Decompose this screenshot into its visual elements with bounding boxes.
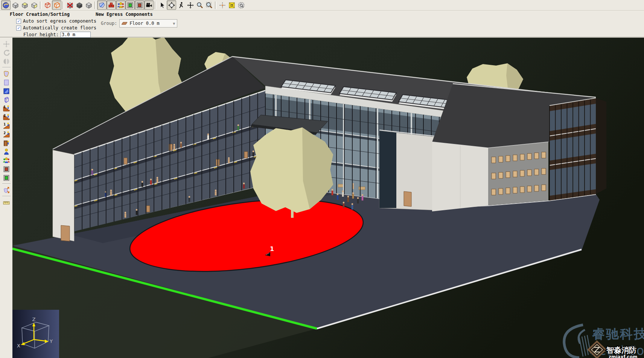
axis-x-label: X — [17, 343, 20, 349]
top-view-button[interactable] — [20, 0, 29, 10]
new-egress-title: New Egress Components — [96, 12, 177, 17]
stairs-two-point-tool[interactable]: 2 — [2, 113, 11, 121]
show-occupants-toggle[interactable] — [116, 0, 125, 10]
main-toolbar — [0, 0, 644, 11]
zoom-region-tool-button[interactable] — [204, 0, 214, 10]
floor-height-label: Floor height: — [23, 32, 59, 37]
badge-title: 智淼消防 — [606, 346, 636, 355]
side-view-button[interactable] — [29, 0, 39, 10]
left-wing-door — [61, 225, 70, 241]
floor-slab-icon — [122, 21, 128, 26]
toolbar-separator — [155, 2, 156, 9]
select-tool-button[interactable] — [157, 0, 167, 10]
group-value: Floor 0.0 m — [129, 21, 159, 26]
chevron-down-icon[interactable]: ▼ — [173, 21, 175, 26]
show-geometry-toggle[interactable] — [97, 0, 107, 10]
svg-text:1: 1 — [3, 123, 6, 126]
floor-creation-title: Floor Creation/Sorting — [10, 12, 96, 17]
floor-height-input[interactable] — [61, 32, 91, 38]
zoom-tool-button[interactable] — [195, 0, 204, 10]
toolbar-separator — [94, 2, 96, 9]
group-label: Group: — [101, 21, 117, 26]
solid-wireframe-render-button[interactable] — [52, 0, 61, 10]
orientation-cube[interactable]: Z Y X — [12, 310, 59, 358]
show-dark-button[interactable] — [75, 0, 84, 10]
right-wing-gray-facade — [488, 142, 548, 205]
mirror-view-tool — [2, 57, 11, 66]
3d-scene-canvas[interactable]: 1 Z Y X — [12, 38, 644, 358]
measure-region-tool[interactable] — [2, 186, 11, 194]
show-solid-button[interactable] — [84, 0, 93, 10]
center-camera-button[interactable] — [218, 0, 227, 10]
extrude-room-tool[interactable] — [2, 95, 11, 104]
pan-tool-button[interactable] — [186, 0, 195, 10]
badge-url: zmjaxf.com — [609, 354, 637, 358]
exit-door-red-tool[interactable] — [2, 165, 11, 173]
show-fds-objects-toggle[interactable] — [107, 0, 116, 10]
sidebar-separator — [2, 184, 11, 184]
3d-viewport[interactable]: 1 Z Y X — [12, 38, 644, 358]
ramp-one-click-tool[interactable]: 1 — [2, 121, 11, 130]
sidebar-separator — [2, 67, 11, 68]
svg-text:1: 1 — [3, 106, 6, 109]
axis-y-label: Y — [49, 338, 53, 344]
rotate-view-tool — [2, 48, 11, 57]
show-exits-toggle[interactable] — [125, 0, 135, 10]
toolbar-separator — [40, 2, 41, 9]
exit-door-green-tool[interactable] — [2, 173, 11, 182]
perspective-view-button[interactable] — [1, 0, 11, 10]
add-occupant-tool[interactable] — [2, 147, 11, 156]
orbit-tool-button[interactable] — [167, 0, 176, 10]
stair-core — [379, 130, 438, 210]
ramp-two-point-tool[interactable]: 2 — [2, 130, 11, 139]
stair-core-door — [404, 191, 411, 207]
wireframe-render-button[interactable] — [43, 0, 52, 10]
rectangle-room-tool[interactable] — [2, 78, 11, 87]
toolbar-separator — [215, 2, 216, 9]
sidebar-separator — [2, 196, 11, 197]
auto-sort-label: Auto sort egress components — [23, 18, 96, 24]
watermark-company-zh: 睿驰科技 — [592, 326, 644, 341]
toolbar-separator — [62, 2, 64, 9]
move-view-tool — [2, 40, 11, 48]
zoom-extents-button[interactable] — [227, 0, 236, 10]
new-egress-group: New Egress Components Group: Floor 0.0 m… — [96, 12, 177, 28]
axis-z-label: Z — [32, 317, 36, 322]
stairs-one-click-tool[interactable]: 1 — [2, 104, 11, 113]
ruler-tool[interactable] — [2, 198, 11, 207]
auto-create-floors-label: Automatically create floors — [23, 25, 96, 31]
tool-options-panel: Floor Creation/Sorting ✓ Auto sort egres… — [0, 11, 644, 37]
add-occupant-group-tool[interactable] — [2, 156, 11, 165]
auto-create-floors-checkbox[interactable]: ✓ — [16, 26, 21, 31]
polygon-room-tool[interactable] — [2, 69, 11, 78]
zoom-selection-button[interactable] — [236, 0, 246, 10]
show-cameras-toggle[interactable] — [144, 0, 154, 10]
svg-text:1: 1 — [270, 245, 274, 252]
door-tool[interactable] — [2, 87, 11, 95]
elevator-tool[interactable] — [2, 139, 11, 147]
svg-text:2: 2 — [3, 114, 6, 118]
drawing-tools-sidebar: 1212 — [0, 38, 12, 358]
group-dropdown[interactable]: Floor 0.0 m ▼ — [119, 19, 177, 28]
svg-text:2: 2 — [3, 132, 6, 135]
auto-sort-checkbox[interactable]: ✓ — [16, 19, 21, 24]
isometric-view-button[interactable] — [11, 0, 20, 10]
right-wing — [432, 84, 606, 211]
walk-tool-button[interactable] — [176, 0, 186, 10]
floor-creation-group: Floor Creation/Sorting ✓ Auto sort egres… — [10, 12, 96, 38]
hide-objects-button[interactable] — [65, 0, 75, 10]
show-doors-toggle[interactable] — [135, 0, 144, 10]
